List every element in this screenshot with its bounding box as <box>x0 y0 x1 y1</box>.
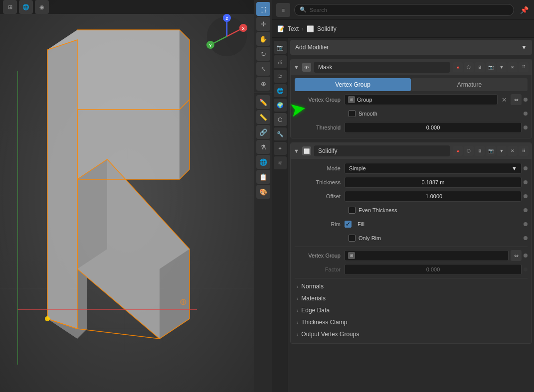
mask-vg-clear-btn[interactable]: ✕ <box>500 95 509 104</box>
solidify-materials-section[interactable]: › Materials <box>295 292 528 304</box>
breadcrumb-icon-text: 📝 <box>277 25 285 32</box>
gizmo: Z X Y <box>204 14 249 59</box>
solidify-edge-data-section[interactable]: › Edge Data <box>295 304 528 316</box>
svg-marker-17 <box>179 100 189 179</box>
search-icon: 🔍 <box>300 6 307 13</box>
solidify-divider <box>295 247 528 247</box>
tool-annotate[interactable]: ✏️ <box>256 95 270 109</box>
mask-modifier-body: Vertex Group Armature Vertex Group ⊞ <box>291 75 532 138</box>
tab-object[interactable]: ⬡ <box>274 113 287 126</box>
tool-scale[interactable]: ⤡ <box>256 62 270 76</box>
mask-icon-camera[interactable]: 🔺 <box>453 62 463 72</box>
tool-rotate[interactable]: ↻ <box>256 47 270 61</box>
viewport[interactable]: Z X Y ⊞ 🌐 ◉ ⊕ <box>0 0 254 392</box>
solidify-icon-camera[interactable]: 🔺 <box>453 146 463 156</box>
search-placeholder: Search <box>310 7 327 13</box>
solidify-expand-menu[interactable]: ▼ <box>497 146 507 156</box>
viewport-shading-btn[interactable]: 🌐 <box>19 0 33 14</box>
grid-svg <box>0 0 254 392</box>
3d-cursor[interactable]: ⊕ <box>179 296 187 307</box>
tab-vertex-group[interactable]: Vertex Group <box>295 78 411 91</box>
tab-modifiers[interactable]: 🔧 <box>274 128 287 140</box>
solidify-icon-render[interactable]: 🖥 <box>475 146 485 156</box>
viewport-topbar: ⊞ 🌐 ◉ <box>0 0 254 14</box>
tool-transform[interactable]: ⊕ <box>256 77 270 91</box>
tool-extra5[interactable]: 🎨 <box>256 185 270 199</box>
solidify-rim-row: Rim ✓ Fill <box>295 218 528 231</box>
solidify-normals-label: Normals <box>301 283 324 290</box>
mask-drag-handle[interactable]: ⠿ <box>519 62 529 72</box>
solidify-vg-field-row: ⊞ ⇔ <box>345 250 522 261</box>
solidify-vg-field[interactable]: ⊞ <box>345 250 509 261</box>
tab-scene[interactable]: 🌐 <box>274 84 287 97</box>
tab-render[interactable]: 📷 <box>274 41 287 54</box>
solidify-even-checkbox[interactable] <box>349 207 356 214</box>
mask-expand-menu[interactable]: ▼ <box>497 62 507 72</box>
solidify-only-rim-checkbox[interactable] <box>349 235 356 242</box>
mask-vg-dot <box>524 98 528 102</box>
add-modifier-button[interactable]: Add Modifier ▼ <box>290 40 532 55</box>
tool-move[interactable]: ✋ <box>256 32 270 46</box>
solidify-icon-viewport[interactable]: ⬡ <box>464 146 474 156</box>
tab-output[interactable]: 🖨 <box>274 55 287 68</box>
tool-extra4[interactable]: 📋 <box>256 170 270 184</box>
mask-vg-flip-btn[interactable]: ⇔ <box>511 94 522 105</box>
tab-physics[interactable]: ⚛ <box>274 156 287 169</box>
mask-tab-row: Vertex Group Armature <box>295 78 528 91</box>
mask-icon-edit[interactable]: 📷 <box>486 62 496 72</box>
tool-cursor[interactable]: ✛ <box>256 17 270 31</box>
header-editor-type[interactable]: ≡ <box>276 3 290 17</box>
solidify-offset-field[interactable]: -1.0000 <box>345 191 522 202</box>
viewport-overlay-btn[interactable]: ◉ <box>35 0 49 14</box>
solidify-vg-icon: ⊞ <box>348 252 355 259</box>
svg-point-23 <box>45 316 50 321</box>
mode-chevron-icon: ▼ <box>512 165 517 171</box>
normals-arrow-icon: › <box>297 284 298 289</box>
tab-armature[interactable]: Armature <box>411 78 528 91</box>
mask-vg-label: Vertex Group <box>295 97 345 103</box>
solidify-thickness-control: 0.1887 m <box>345 177 528 188</box>
mask-vg-field[interactable]: ⊞ Group <box>345 94 498 105</box>
solidify-mode-dropdown[interactable]: Simple ▼ <box>345 163 522 174</box>
solidify-thickness-field[interactable]: 0.1887 m <box>345 177 522 188</box>
mask-modifier-name[interactable]: Mask <box>314 62 450 73</box>
solidify-close-btn[interactable]: ✕ <box>508 146 518 156</box>
mask-threshold-field[interactable]: 0.000 <box>345 122 522 133</box>
tool-measure[interactable]: 📏 <box>256 110 270 124</box>
solidify-offset-label: Offset <box>295 193 345 199</box>
tab-view-layer[interactable]: 🗂 <box>274 70 287 83</box>
search-box[interactable]: 🔍 Search <box>294 4 514 16</box>
solidify-drag-handle[interactable]: ⠿ <box>519 146 529 156</box>
tool-extra3[interactable]: 🌐 <box>256 155 270 169</box>
mask-smooth-checkbox[interactable] <box>349 110 356 117</box>
mask-toggle-arrow[interactable]: ▼ <box>294 64 299 70</box>
solidify-rim-control: ✓ Fill <box>345 221 528 228</box>
breadcrumb-separator: › <box>302 25 304 32</box>
mask-icon-viewport[interactable]: ⬡ <box>464 62 474 72</box>
solidify-fill-checkbox[interactable]: ✓ <box>345 221 352 228</box>
mask-close-btn[interactable]: ✕ <box>508 62 518 72</box>
tool-extra2[interactable]: ⚗ <box>256 140 270 154</box>
tab-particles[interactable]: ✦ <box>274 142 287 155</box>
tool-extra1[interactable]: 🔗 <box>256 125 270 139</box>
solidify-vg-flip-btn[interactable]: ⇔ <box>511 250 522 261</box>
solidify-thickness-clamp-section[interactable]: › Thickness Clamp <box>295 316 528 328</box>
solidify-normals-section[interactable]: › Normals <box>295 280 528 292</box>
props-side-tabs: 📷 🖨 🗂 🌐 🌍 ⬡ 🔧 ✦ ⚛ <box>272 38 288 392</box>
solidify-toggle-arrow[interactable]: ▼ <box>294 148 299 154</box>
mask-icon-render[interactable]: 🖥 <box>475 62 485 72</box>
pin-icon[interactable]: 📌 <box>518 4 530 16</box>
viewport-editor-type-btn[interactable]: ⊞ <box>3 0 17 14</box>
solidify-icon-edit[interactable]: 📷 <box>486 146 496 156</box>
solidify-even-label: Even Thickness <box>358 207 397 213</box>
edge-data-arrow-icon: › <box>297 308 298 313</box>
solidify-output-vg-section[interactable]: › Output Vertex Groups <box>295 328 528 340</box>
tab-world[interactable]: 🌍 <box>274 99 287 112</box>
svg-marker-15 <box>179 30 189 110</box>
solidify-offset-row: Offset -1.0000 <box>295 190 528 203</box>
solidify-vg-label: Vertex Group <box>295 253 345 259</box>
tool-select[interactable]: ⬚ <box>256 2 270 16</box>
mask-smooth-label: Smooth <box>358 111 377 117</box>
solidify-modifier-name[interactable]: Solidify <box>314 145 450 156</box>
solidify-thickness-label: Thickness <box>295 179 345 185</box>
